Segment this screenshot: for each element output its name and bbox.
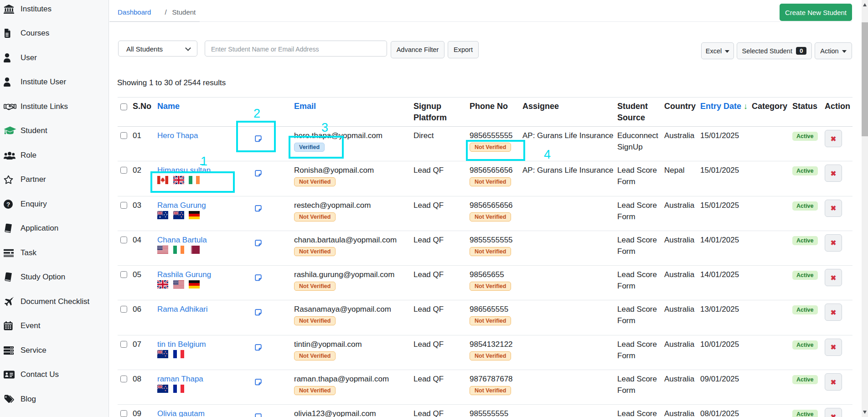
svg-text:?: ?: [6, 201, 10, 207]
